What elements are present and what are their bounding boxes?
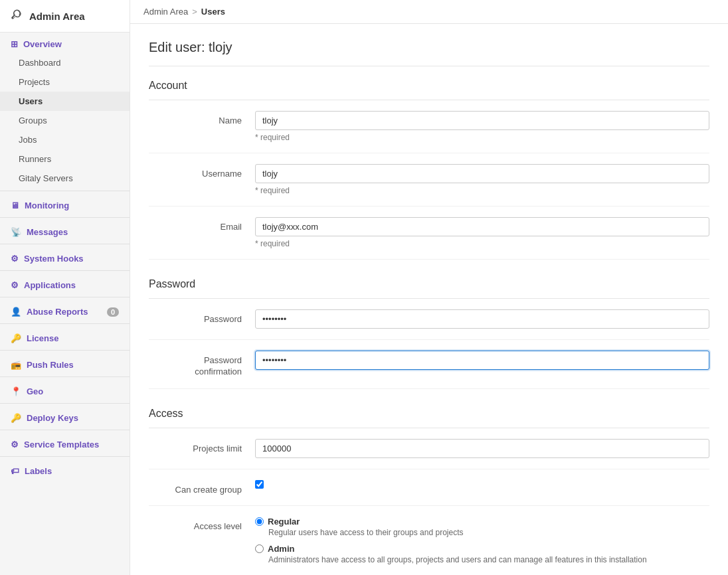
labels-icon: 🏷 bbox=[11, 466, 19, 476]
sidebar-item-dashboard[interactable]: Dashboard bbox=[0, 53, 130, 72]
email-required: * required bbox=[255, 239, 709, 248]
sidebar-section-applications[interactable]: ⚙ Applications bbox=[0, 274, 130, 294]
can-create-group-checkbox-row bbox=[255, 480, 709, 489]
service-templates-icon: ⚙ bbox=[11, 440, 19, 450]
can-create-group-input-wrap bbox=[255, 480, 709, 489]
sidebar-divider-4 bbox=[0, 270, 130, 271]
sidebar-divider-11 bbox=[0, 456, 130, 457]
account-section: Account Name * required Username * requi… bbox=[149, 80, 709, 260]
name-required: * required bbox=[255, 133, 709, 142]
sidebar-section-monitoring[interactable]: 🖥 Monitoring bbox=[0, 194, 130, 214]
access-level-admin-label: Admin bbox=[268, 544, 294, 554]
breadcrumb-parent-link[interactable]: Admin Area bbox=[143, 7, 188, 17]
password-section-title: Password bbox=[149, 278, 709, 299]
monitor-icon: 🖥 bbox=[11, 201, 19, 210]
username-input[interactable] bbox=[255, 164, 709, 183]
sidebar-section-abuse-reports[interactable]: 👤 Abuse Reports 0 bbox=[0, 300, 130, 321]
can-create-group-checkbox[interactable] bbox=[255, 480, 264, 489]
applications-icon: ⚙ bbox=[11, 280, 19, 290]
can-create-group-row: Can create group bbox=[149, 480, 709, 506]
password-label: Password bbox=[149, 309, 255, 324]
sidebar-header: Admin Area bbox=[0, 0, 130, 33]
password-section: Password Password Password confirmation bbox=[149, 278, 709, 389]
geo-icon: 📍 bbox=[11, 386, 21, 396]
messages-icon: 📡 bbox=[11, 227, 21, 237]
projects-limit-label: Projects limit bbox=[149, 439, 255, 453]
sidebar-section-overview[interactable]: ⊞ Overview bbox=[0, 33, 130, 53]
account-section-title: Account bbox=[149, 80, 709, 100]
can-create-group-label: Can create group bbox=[149, 480, 255, 495]
access-level-row: Access level Regular Regular users have … bbox=[149, 517, 709, 575]
sidebar-section-deploy-keys[interactable]: 🔑 Deploy Keys bbox=[0, 406, 130, 427]
username-required: * required bbox=[255, 186, 709, 195]
name-row: Name * required bbox=[149, 111, 709, 153]
breadcrumb-current: Users bbox=[201, 7, 225, 17]
sidebar-item-gitaly-servers[interactable]: Gitaly Servers bbox=[0, 169, 130, 188]
name-input-wrap: * required bbox=[255, 111, 709, 142]
main-content: Admin Area > Users Edit user: tlojy Acco… bbox=[130, 0, 728, 575]
access-level-admin-option: Admin Administrators have access to all … bbox=[255, 544, 709, 564]
sidebar-divider-2 bbox=[0, 217, 130, 218]
password-row: Password bbox=[149, 309, 709, 340]
username-row: Username * required bbox=[149, 164, 709, 206]
sidebar: Admin Area ⊞ Overview Dashboard Projects… bbox=[0, 0, 130, 575]
sidebar-item-jobs[interactable]: Jobs bbox=[0, 130, 130, 149]
system-hooks-icon: ⚙ bbox=[11, 254, 19, 264]
email-input-wrap: * required bbox=[255, 217, 709, 248]
sidebar-section-push-rules[interactable]: 📻 Push Rules bbox=[0, 353, 130, 374]
access-level-regular-option: Regular Regular users have access to the… bbox=[255, 517, 709, 537]
access-level-admin-desc: Administrators have access to all groups… bbox=[268, 555, 709, 564]
access-level-input-wrap: Regular Regular users have access to the… bbox=[255, 517, 709, 564]
sidebar-item-projects[interactable]: Projects bbox=[0, 72, 130, 92]
overview-icon: ⊞ bbox=[11, 39, 18, 49]
access-level-admin-label-row: Admin bbox=[255, 544, 709, 554]
sidebar-item-runners[interactable]: Runners bbox=[0, 149, 130, 169]
abuse-reports-icon: 👤 bbox=[11, 307, 21, 317]
deploy-keys-icon: 🔑 bbox=[11, 413, 21, 423]
access-level-regular-radio[interactable] bbox=[255, 517, 264, 526]
password-confirmation-input[interactable] bbox=[255, 351, 709, 370]
password-input[interactable] bbox=[255, 309, 709, 329]
projects-limit-row: Projects limit bbox=[149, 439, 709, 469]
breadcrumb: Admin Area > Users bbox=[130, 0, 728, 24]
sidebar-item-users[interactable]: Users bbox=[0, 92, 130, 111]
email-input[interactable] bbox=[255, 217, 709, 236]
password-input-wrap bbox=[255, 309, 709, 329]
sidebar-divider-7 bbox=[0, 350, 130, 351]
password-confirmation-input-wrap bbox=[255, 351, 709, 370]
access-level-regular-desc: Regular users have access to their group… bbox=[268, 528, 709, 537]
password-confirmation-label: Password confirmation bbox=[149, 351, 255, 378]
sidebar-divider-5 bbox=[0, 297, 130, 297]
projects-limit-input-wrap bbox=[255, 439, 709, 458]
sidebar-section-messages[interactable]: 📡 Messages bbox=[0, 220, 130, 241]
abuse-reports-badge: 0 bbox=[107, 307, 119, 317]
sidebar-item-groups[interactable]: Groups bbox=[0, 111, 130, 130]
sidebar-section-service-templates[interactable]: ⚙ Service Templates bbox=[0, 433, 130, 453]
access-level-label: Access level bbox=[149, 517, 255, 531]
access-section: Access Projects limit Can create group bbox=[149, 408, 709, 575]
push-rules-icon: 📻 bbox=[11, 360, 21, 370]
sidebar-section-labels[interactable]: 🏷 Labels bbox=[0, 459, 130, 480]
sidebar-divider-6 bbox=[0, 323, 130, 324]
access-level-admin-radio[interactable] bbox=[255, 544, 264, 553]
sidebar-divider-9 bbox=[0, 403, 130, 404]
sidebar-section-geo[interactable]: 📍 Geo bbox=[0, 380, 130, 400]
access-level-regular-label-row: Regular bbox=[255, 517, 709, 527]
breadcrumb-separator: > bbox=[192, 7, 197, 17]
projects-limit-input[interactable] bbox=[255, 439, 709, 458]
username-input-wrap: * required bbox=[255, 164, 709, 195]
name-input[interactable] bbox=[255, 111, 709, 130]
wrench-icon bbox=[11, 9, 24, 23]
access-level-regular-label: Regular bbox=[268, 517, 300, 527]
email-row: Email * required bbox=[149, 217, 709, 260]
sidebar-section-system-hooks[interactable]: ⚙ System Hooks bbox=[0, 247, 130, 268]
sidebar-divider-1 bbox=[0, 191, 130, 191]
sidebar-section-license[interactable]: 🔑 License bbox=[0, 327, 130, 347]
email-label: Email bbox=[149, 217, 255, 232]
page-content: Edit user: tlojy Account Name * required… bbox=[130, 24, 728, 575]
sidebar-divider-8 bbox=[0, 376, 130, 377]
page-title: Edit user: tlojy bbox=[149, 40, 709, 66]
access-level-radio-group: Regular Regular users have access to the… bbox=[255, 517, 709, 564]
sidebar-title: Admin Area bbox=[29, 11, 85, 22]
password-confirmation-row: Password confirmation bbox=[149, 351, 709, 389]
